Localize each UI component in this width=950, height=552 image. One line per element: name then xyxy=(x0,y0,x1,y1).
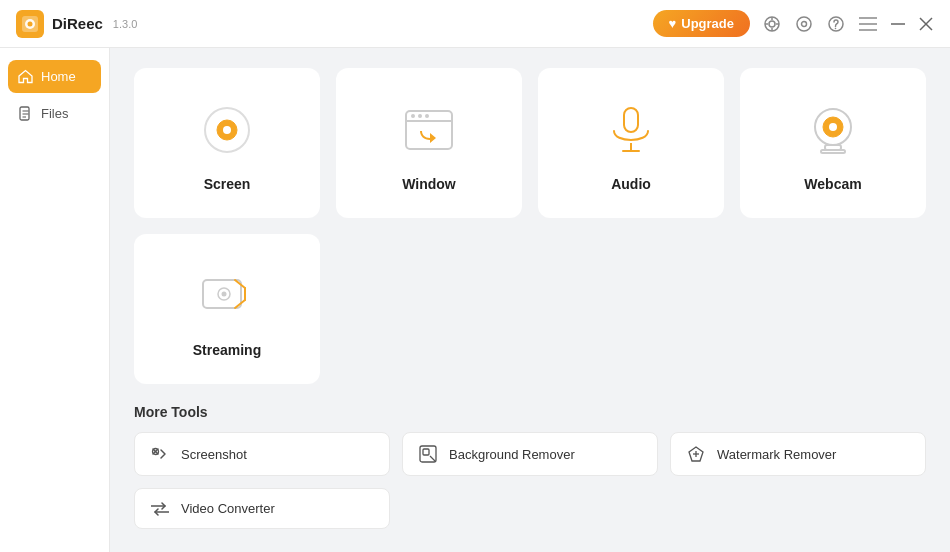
window-card-icon xyxy=(397,98,461,162)
window-card-label: Window xyxy=(402,176,456,192)
card-streaming[interactable]: Streaming xyxy=(134,234,320,384)
more-tools-title: More Tools xyxy=(134,404,926,420)
fire-icon[interactable] xyxy=(762,14,782,34)
main-layout: Home Files xyxy=(0,48,950,552)
watermark-remover-label: Watermark Remover xyxy=(717,447,836,462)
upgrade-button[interactable]: ♥ Upgrade xyxy=(653,10,750,37)
tool-screenshot[interactable]: Screenshot xyxy=(134,432,390,476)
webcam-card-icon xyxy=(801,98,865,162)
background-remover-icon xyxy=(419,445,439,463)
sidebar: Home Files xyxy=(0,48,110,552)
content-area: Screen Window xyxy=(110,48,950,552)
svg-point-2 xyxy=(28,21,33,26)
tool-video-converter[interactable]: Video Converter xyxy=(134,488,390,529)
screen-card-icon xyxy=(195,98,259,162)
sidebar-item-files[interactable]: Files xyxy=(8,97,101,130)
minimize-button[interactable] xyxy=(890,16,906,32)
sidebar-item-home[interactable]: Home xyxy=(8,60,101,93)
svg-point-36 xyxy=(829,123,837,131)
screen-card-label: Screen xyxy=(204,176,251,192)
audio-card-icon xyxy=(599,98,663,162)
titlebar-left: DiReec 1.3.0 xyxy=(16,10,137,38)
streaming-row: Streaming xyxy=(134,234,926,384)
card-screen[interactable]: Screen xyxy=(134,68,320,218)
tools-grid: Screenshot Background Remover xyxy=(134,432,926,476)
app-logo xyxy=(16,10,44,38)
files-icon xyxy=(18,106,33,121)
svg-point-28 xyxy=(411,114,415,118)
upgrade-label: Upgrade xyxy=(681,16,734,31)
video-converter-icon xyxy=(151,502,171,516)
background-remover-label: Background Remover xyxy=(449,447,575,462)
more-tools-section: More Tools Screenshot xyxy=(134,404,926,529)
upgrade-heart-icon: ♥ xyxy=(669,16,677,31)
svg-point-4 xyxy=(769,21,775,27)
svg-point-30 xyxy=(425,114,429,118)
sidebar-files-label: Files xyxy=(41,106,68,121)
svg-point-25 xyxy=(223,126,231,134)
svg-line-50 xyxy=(430,456,435,461)
close-button[interactable] xyxy=(918,16,934,32)
svg-point-12 xyxy=(835,27,837,29)
settings-icon[interactable] xyxy=(794,14,814,34)
app-name: DiReec xyxy=(52,15,103,32)
screenshot-label: Screenshot xyxy=(181,447,247,462)
screenshot-icon xyxy=(151,445,171,463)
card-webcam[interactable]: Webcam xyxy=(740,68,926,218)
tool-background-remover[interactable]: Background Remover xyxy=(402,432,658,476)
streaming-card-icon xyxy=(195,264,259,328)
card-window[interactable]: Window xyxy=(336,68,522,218)
card-audio[interactable]: Audio xyxy=(538,68,724,218)
svg-point-29 xyxy=(418,114,422,118)
tools-row2: Video Converter xyxy=(134,488,926,529)
svg-point-9 xyxy=(797,17,811,31)
titlebar: DiReec 1.3.0 ♥ Upgrade xyxy=(0,0,950,48)
tool-watermark-remover[interactable]: Watermark Remover xyxy=(670,432,926,476)
svg-point-41 xyxy=(222,292,227,297)
menu-icon[interactable] xyxy=(858,14,878,34)
home-icon xyxy=(18,69,33,84)
video-converter-label: Video Converter xyxy=(181,501,275,516)
svg-rect-49 xyxy=(423,449,429,455)
help-icon[interactable] xyxy=(826,14,846,34)
svg-rect-38 xyxy=(821,150,845,153)
webcam-card-label: Webcam xyxy=(804,176,861,192)
svg-rect-31 xyxy=(624,108,638,132)
main-cards-grid: Screen Window xyxy=(134,68,926,218)
titlebar-right: ♥ Upgrade xyxy=(653,10,934,37)
app-version: 1.3.0 xyxy=(113,18,137,30)
svg-point-10 xyxy=(802,21,807,26)
streaming-card-label: Streaming xyxy=(193,342,261,358)
watermark-remover-icon xyxy=(687,445,707,463)
audio-card-label: Audio xyxy=(611,176,651,192)
sidebar-home-label: Home xyxy=(41,69,76,84)
